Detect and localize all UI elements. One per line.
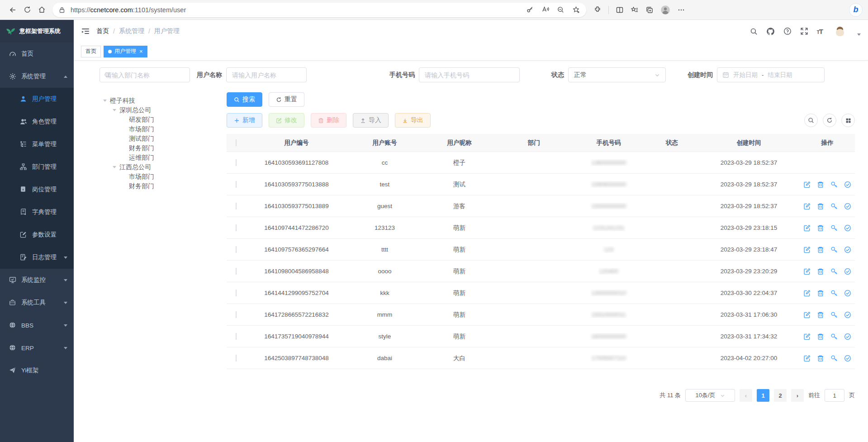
edit-icon[interactable]	[803, 333, 811, 340]
row-checkbox[interactable]	[236, 355, 237, 361]
edit-icon[interactable]	[803, 203, 811, 210]
reset-password-icon[interactable]	[830, 268, 838, 275]
sidebar-item-首页[interactable]: 首页	[0, 43, 74, 65]
browser-profile-icon[interactable]	[660, 5, 670, 15]
tree-node[interactable]: 江西总公司	[100, 162, 190, 172]
delete-icon[interactable]	[817, 224, 824, 232]
assign-role-icon[interactable]	[844, 224, 851, 232]
sidebar-item-角色管理[interactable]: 角色管理	[0, 110, 74, 133]
assign-role-icon[interactable]	[844, 268, 851, 275]
export-button[interactable]: 导出	[395, 113, 431, 128]
column-settings-grid-icon[interactable]	[841, 114, 855, 127]
page-button-2[interactable]: 2	[774, 389, 787, 402]
tab-user-management[interactable]: 用户管理 ×	[104, 46, 147, 57]
browser-home-icon[interactable]	[34, 3, 49, 17]
url-bar[interactable]: https://ccnetcore.com:1101/system/user	[52, 3, 586, 17]
row-checkbox[interactable]	[236, 311, 237, 318]
font-size-icon[interactable]: TT	[817, 28, 823, 35]
status-select[interactable]: 正常	[568, 67, 666, 82]
sidebar-item-参数设置[interactable]: 参数设置	[0, 223, 74, 246]
tree-node[interactable]: 财务部门	[100, 181, 190, 191]
assign-role-icon[interactable]	[844, 290, 851, 297]
reset-password-icon[interactable]	[830, 290, 838, 297]
refresh-icon[interactable]	[823, 114, 836, 127]
sidebar-item-菜单管理[interactable]: 菜单管理	[0, 133, 74, 156]
tree-expand-icon[interactable]	[113, 109, 116, 111]
reset-password-icon[interactable]	[830, 224, 838, 232]
breadcrumb-home[interactable]: 首页	[96, 27, 109, 35]
fullscreen-icon[interactable]	[800, 27, 808, 35]
tree-node[interactable]: 研发部门	[100, 115, 190, 124]
page-button-1[interactable]: 1	[757, 389, 769, 402]
search-icon[interactable]	[750, 28, 758, 35]
sidebar-item-岗位管理[interactable]: 岗位管理	[0, 178, 74, 201]
avatar[interactable]	[831, 23, 849, 40]
row-checkbox[interactable]	[236, 290, 237, 296]
row-checkbox[interactable]	[236, 268, 237, 275]
split-screen-icon[interactable]	[616, 6, 624, 14]
prev-page-button[interactable]: ‹	[740, 389, 752, 402]
edit-icon[interactable]	[803, 311, 811, 318]
delete-icon[interactable]	[817, 246, 824, 253]
edit-icon[interactable]	[803, 224, 811, 232]
delete-button[interactable]: 删除	[311, 113, 346, 128]
assign-role-icon[interactable]	[844, 246, 851, 253]
row-checkbox[interactable]	[236, 159, 237, 166]
tree-node[interactable]: 市场部门	[100, 124, 190, 134]
edit-icon[interactable]	[803, 246, 811, 253]
sidebar-item-部门管理[interactable]: 部门管理	[0, 156, 74, 178]
hamburger-icon[interactable]	[81, 27, 90, 36]
reset-password-icon[interactable]	[830, 333, 838, 340]
row-checkbox[interactable]	[236, 224, 237, 231]
row-checkbox[interactable]	[236, 181, 237, 188]
date-range-picker[interactable]: 开始日期 - 结束日期	[717, 67, 825, 82]
page-size-select[interactable]: 10条/页	[685, 389, 735, 402]
extensions-icon[interactable]	[593, 6, 602, 14]
add-button[interactable]: 新增	[227, 113, 262, 128]
delete-icon[interactable]	[817, 355, 824, 362]
import-button[interactable]: 导入	[353, 113, 389, 128]
delete-icon[interactable]	[817, 181, 824, 188]
tree-node[interactable]: 测试部门	[100, 134, 190, 143]
reset-button[interactable]: 重置	[269, 92, 304, 107]
row-checkbox[interactable]	[236, 203, 237, 209]
tree-expand-icon[interactable]	[103, 100, 107, 102]
browser-back-icon[interactable]	[5, 3, 20, 17]
browser-menu-icon[interactable]	[677, 6, 685, 14]
row-checkbox[interactable]	[236, 246, 237, 253]
reset-password-icon[interactable]	[830, 181, 838, 188]
username-input[interactable]	[226, 67, 307, 82]
show-search-toggle-icon[interactable]	[804, 114, 818, 127]
tree-node[interactable]: 运维部门	[100, 153, 190, 162]
sidebar-item-yi框架[interactable]: Yi框架	[0, 359, 74, 382]
edit-icon[interactable]	[803, 355, 811, 362]
tree-expand-icon[interactable]	[113, 166, 116, 168]
tree-node[interactable]: 橙子科技	[100, 96, 190, 105]
password-key-icon[interactable]	[526, 6, 534, 14]
reset-password-icon[interactable]	[830, 355, 838, 362]
delete-icon[interactable]	[817, 268, 824, 275]
row-checkbox[interactable]	[236, 333, 237, 340]
edit-icon[interactable]	[803, 268, 811, 275]
favorites-bar-icon[interactable]	[631, 6, 639, 14]
delete-icon[interactable]	[817, 290, 824, 297]
tab-close-icon[interactable]: ×	[139, 48, 143, 54]
tree-node[interactable]: 市场部门	[100, 172, 190, 181]
assign-role-icon[interactable]	[844, 333, 851, 340]
read-aloud-icon[interactable]	[541, 6, 549, 14]
dept-search-input[interactable]	[100, 67, 190, 82]
bing-chat-icon[interactable]: b	[849, 3, 863, 17]
sidebar-item-bbs[interactable]: BBS	[0, 314, 74, 337]
favorite-star-add-icon[interactable]	[572, 6, 580, 14]
delete-icon[interactable]	[817, 203, 824, 210]
next-page-button[interactable]: ›	[791, 389, 804, 402]
select-all-checkbox[interactable]	[236, 139, 237, 146]
tree-node[interactable]: 财务部门	[100, 143, 190, 153]
chevron-down-icon[interactable]	[857, 33, 861, 36]
delete-icon[interactable]	[817, 311, 824, 318]
breadcrumb-system[interactable]: 系统管理	[119, 27, 144, 35]
sidebar-item-系统管理[interactable]: 系统管理	[0, 65, 74, 88]
sidebar-item-erp[interactable]: ERP	[0, 337, 74, 359]
edit-button[interactable]: 修改	[269, 113, 304, 128]
tree-node[interactable]: 深圳总公司	[100, 105, 190, 115]
